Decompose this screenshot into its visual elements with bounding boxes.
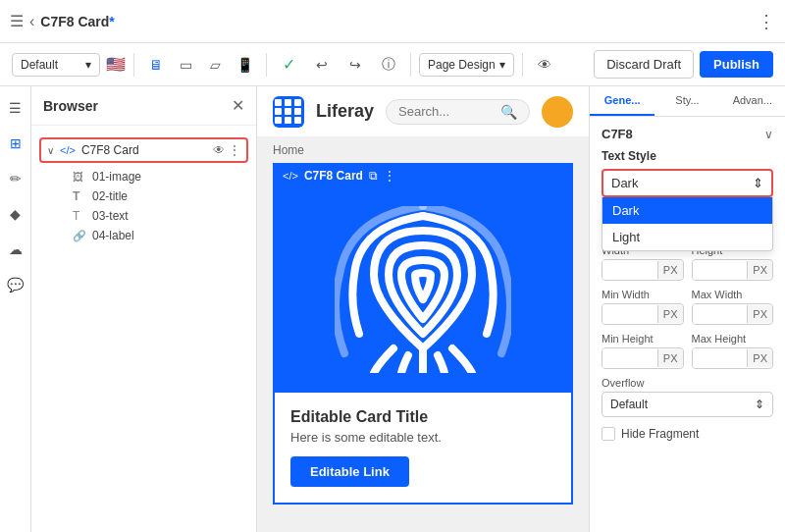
divider-3 (410, 53, 411, 77)
tree-child-04-label[interactable]: 🔗 04-label (31, 226, 256, 245)
device-icons: 🖥 ▭ ▱ 📱 (142, 51, 258, 79)
right-section-c7f8: C7F8 ∨ Text Style Dark ⇕ Dark Light Widt… (590, 117, 785, 451)
title-text-icon: T (73, 189, 86, 203)
tablet-portrait-icon[interactable]: ▱ (201, 51, 229, 79)
tab-styles[interactable]: Sty... (654, 86, 719, 116)
layers-icon[interactable]: ⊞ (2, 130, 29, 157)
tree-collapse-icon[interactable]: ∨ (47, 145, 54, 156)
text-style-options: Dark Light (602, 197, 773, 251)
divider-4 (522, 53, 523, 77)
breadcrumb: Home (257, 137, 589, 163)
default-select[interactable]: Default ▾ (12, 53, 100, 77)
min-max-height-group: Min Height PX Max Height PX (602, 333, 773, 369)
tree-eye-icon[interactable]: 👁 (213, 143, 225, 157)
min-width-input-wrapper: PX (602, 303, 684, 325)
dimensions-section: Width PX Height PX (602, 244, 773, 441)
hide-fragment-checkbox[interactable] (602, 427, 615, 441)
tree-more-icon[interactable]: ⋮ (229, 143, 240, 157)
tree-item-c7f8-card[interactable]: ∨ </> C7F8 Card 👁 ⋮ (39, 137, 248, 163)
tree-child-label-01: 01-image (92, 170, 141, 184)
logo-grid (271, 95, 306, 128)
max-height-input[interactable] (693, 348, 748, 368)
kebab-menu-icon[interactable]: ⋮ (758, 11, 775, 32)
text-style-label: Text Style (602, 149, 773, 163)
max-width-field-group: Max Width PX (692, 289, 774, 325)
card-title[interactable]: Editable Card Title (290, 408, 555, 426)
max-width-input[interactable] (693, 304, 748, 324)
publish-button[interactable]: Publish (700, 51, 773, 78)
user-avatar[interactable] (542, 96, 573, 128)
width-unit: PX (657, 261, 683, 279)
toolbar: Default ▾ 🇺🇸 🖥 ▭ ▱ 📱 ✓ ↩ ↪ ⓘ Page Design… (0, 43, 785, 86)
min-height-input[interactable] (602, 348, 657, 368)
discard-draft-button[interactable]: Discard Draft (594, 50, 694, 79)
desktop-icon[interactable]: 🖥 (142, 51, 170, 79)
tree-item-actions: 👁 ⋮ (213, 143, 240, 157)
overflow-label: Overflow (602, 377, 773, 389)
right-section-title: C7F8 (602, 127, 633, 141)
tree-child-03-text[interactable]: T 03-text (31, 206, 256, 226)
language-flag-icon[interactable]: 🇺🇸 (106, 55, 126, 74)
right-section-chevron-icon[interactable]: ∨ (764, 128, 773, 141)
tablet-landscape-icon[interactable]: ▭ (172, 51, 199, 79)
fingerprint-svg (335, 206, 511, 373)
fragment-more-icon[interactable]: ⋮ (384, 169, 395, 183)
right-section-header: C7F8 ∨ (602, 127, 773, 141)
site-header: Liferay 🔍 (257, 86, 589, 137)
hide-fragment-label: Hide Fragment (621, 427, 699, 441)
max-height-field-group: Max Height PX (692, 333, 774, 369)
browser-title: Browser (43, 98, 98, 114)
max-height-input-wrapper: PX (692, 347, 774, 369)
info-icon[interactable]: ⓘ (375, 51, 402, 79)
chevron-down-icon: ▾ (85, 58, 91, 72)
browser-close-button[interactable]: ✕ (232, 96, 244, 115)
search-input[interactable] (398, 104, 495, 119)
unsaved-indicator: * (109, 14, 114, 29)
comment-icon[interactable]: 💬 (2, 271, 29, 298)
card-text[interactable]: Here is some editable text. (290, 430, 555, 445)
logo-dot-1 (275, 99, 282, 106)
fragment-copy-icon[interactable]: ⧉ (369, 169, 378, 183)
browser-header: Browser ✕ (31, 86, 256, 126)
logo-dot-7 (275, 117, 282, 124)
tree-child-01-image[interactable]: 🖼 01-image (31, 167, 256, 186)
min-width-input[interactable] (602, 304, 657, 324)
card-image-area (275, 186, 571, 393)
text-style-dropdown[interactable]: Dark ⇕ (602, 169, 773, 197)
cloud-icon[interactable]: ☁ (2, 236, 29, 263)
top-bar-left: ☰ ‹ C7F8 Card* (10, 12, 115, 30)
height-input[interactable] (693, 260, 748, 280)
text-style-selected-value: Dark (611, 176, 638, 190)
logo-dot-2 (285, 99, 291, 106)
right-panel: Gene... Sty... Advan... C7F8 ∨ Text Styl… (589, 86, 785, 532)
canvas-area: Liferay 🔍 Home </> C7F8 Card ⧉ ⋮ (257, 86, 589, 532)
tree-item-label-c7f8: C7F8 Card (81, 143, 139, 157)
panel-toggle-icon[interactable]: ☰ (2, 94, 29, 122)
card-link[interactable]: Editable Link (290, 456, 409, 487)
top-bar: ☰ ‹ C7F8 Card* ⋮ (0, 0, 785, 43)
width-input[interactable] (602, 260, 657, 280)
check-circle-icon[interactable]: ✓ (275, 51, 302, 79)
back-icon[interactable]: ‹ (29, 13, 34, 30)
tab-advanced[interactable]: Advan... (720, 86, 785, 116)
tree-child-02-title[interactable]: T 02-title (31, 186, 256, 206)
breadcrumb-text: Home (273, 143, 304, 157)
redo-icon[interactable]: ↪ (341, 51, 369, 79)
dropdown-option-light[interactable]: Light (602, 224, 772, 250)
dropdown-option-dark[interactable]: Dark (602, 197, 772, 224)
search-bar[interactable]: 🔍 (386, 99, 530, 125)
fragment-icon[interactable]: ◆ (2, 200, 29, 228)
page-design-select[interactable]: Page Design ▾ (419, 53, 514, 77)
max-width-input-wrapper: PX (692, 303, 774, 325)
body-text-icon: T (73, 209, 86, 223)
sidebar-toggle-icon[interactable]: ☰ (10, 12, 24, 30)
undo-icon[interactable]: ↩ (308, 51, 336, 79)
overflow-select[interactable]: Default ⇕ (602, 392, 773, 417)
eye-toggle-icon[interactable]: 👁 (531, 51, 558, 79)
pencil-icon[interactable]: ✏ (2, 165, 29, 192)
divider-1 (133, 53, 134, 77)
mobile-icon[interactable]: 📱 (231, 51, 258, 79)
max-width-label: Max Width (692, 289, 774, 300)
tab-general[interactable]: Gene... (590, 86, 654, 116)
right-panel-tabs: Gene... Sty... Advan... (590, 86, 785, 117)
